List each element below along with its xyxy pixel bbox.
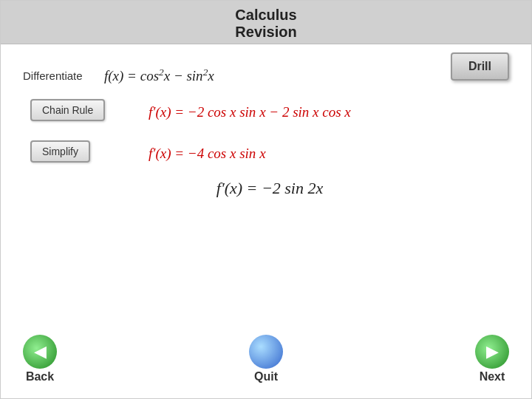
- next-arrow-icon: ▶: [475, 335, 509, 369]
- quit-label: Quit: [254, 370, 278, 383]
- chain-rule-formula: f′(x) = −2 cos x sin x − 2 sin x cos x: [149, 104, 351, 120]
- content-area: Differentiate f(x) = cos2x − sin2x Chain…: [1, 44, 531, 217]
- differentiate-label: Differentiate: [23, 69, 104, 82]
- header-title-calculus: Calculus: [1, 7, 531, 24]
- chain-rule-row: Chain Rule f′(x) = −2 cos x sin x − 2 si…: [23, 99, 509, 126]
- header-title-revision: Revision: [1, 24, 531, 41]
- chain-rule-formula-col: f′(x) = −2 cos x sin x − 2 sin x cos x: [149, 104, 509, 120]
- next-label: Next: [480, 370, 505, 383]
- chain-rule-button[interactable]: Chain Rule: [30, 99, 105, 121]
- simplify-label-col: Simplify: [30, 140, 149, 167]
- header: Calculus Revision: [1, 1, 531, 44]
- simplify-row: Simplify f′(x) = −4 cos x sin x: [23, 140, 509, 167]
- quit-icon: [249, 335, 283, 369]
- next-button[interactable]: ▶ Next: [475, 335, 509, 383]
- back-button[interactable]: ◀ Back: [23, 335, 57, 383]
- chain-rule-label-col: Chain Rule: [30, 99, 149, 126]
- main-container: Calculus Revision Drill Differentiate f(…: [0, 0, 532, 399]
- simplify-formula: f′(x) = −4 cos x sin x: [149, 146, 266, 161]
- simplify-formula-col: f′(x) = −4 cos x sin x: [149, 146, 509, 162]
- back-label: Back: [26, 370, 54, 383]
- final-formula-row: f′(x) = −2 sin 2x: [23, 179, 509, 198]
- simplify-button[interactable]: Simplify: [30, 140, 90, 163]
- back-arrow-icon: ◀: [23, 335, 57, 369]
- differentiate-formula: f(x) = cos2x − sin2x: [104, 66, 214, 84]
- quit-button[interactable]: Quit: [249, 335, 283, 383]
- differentiate-row: Differentiate f(x) = cos2x − sin2x: [23, 66, 509, 84]
- final-formula: f′(x) = −2 sin 2x: [216, 179, 324, 198]
- nav-area: ◀ Back Quit ▶ Next: [1, 335, 531, 383]
